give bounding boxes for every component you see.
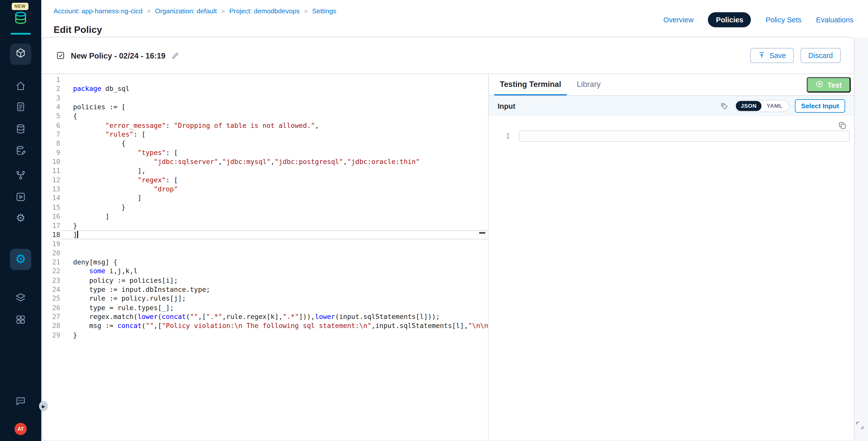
code-line[interactable]: 8 { xyxy=(42,139,488,148)
testing-panel: Testing Terminal Library Test xyxy=(488,74,854,441)
toggle-yaml[interactable]: YAML xyxy=(762,101,788,111)
play-circle-icon xyxy=(816,80,824,90)
logo-underline xyxy=(10,33,31,35)
modules-grid-icon[interactable] xyxy=(15,314,26,325)
user-avatar[interactable]: AT xyxy=(14,423,27,435)
hierarchy-icon[interactable] xyxy=(15,169,26,181)
code-line[interactable]: 6 "error_message": "Dropping of table is… xyxy=(42,121,488,130)
breadcrumb-link-organization[interactable]: Organization: default xyxy=(155,7,217,15)
input-label: Input xyxy=(498,102,516,110)
code-line[interactable]: 21deny[msg] { xyxy=(42,258,488,267)
input-line-row: 1 xyxy=(500,131,850,141)
library-label: Library xyxy=(577,80,601,89)
code-line[interactable]: 18] xyxy=(42,230,488,239)
tab-policies[interactable]: Policies xyxy=(708,12,751,27)
input-bar: Input JSON YAML Select Input xyxy=(489,96,854,116)
discard-button[interactable]: Discard xyxy=(800,48,841,63)
code-line[interactable]: 5{ xyxy=(42,112,488,121)
app: NEW xyxy=(0,0,868,441)
discard-label: Discard xyxy=(808,51,833,60)
code-line[interactable]: 27 regex.match(lower(concat("",[".*",rul… xyxy=(42,312,488,321)
code-line[interactable]: 17} xyxy=(42,221,488,230)
breadcrumb: Account: app-harness-ng-cicd > Organizat… xyxy=(54,7,336,15)
code-line[interactable]: 29} xyxy=(42,330,488,340)
layers-icon[interactable] xyxy=(15,292,26,303)
test-input-field[interactable] xyxy=(519,131,850,141)
save-label: Save xyxy=(770,51,786,60)
database-icon[interactable] xyxy=(15,123,26,134)
cube-icon xyxy=(15,48,26,61)
code-line[interactable]: 24 type := input.dbInstance.type; xyxy=(42,285,488,294)
policies-clipboard-icon[interactable] xyxy=(15,101,26,112)
code-line[interactable]: 9 "types": [ xyxy=(42,148,488,157)
breadcrumb-separator: > xyxy=(147,8,150,14)
test-button[interactable]: Test xyxy=(807,77,851,93)
sidebar-collapse-toggle[interactable]: ▶ xyxy=(39,401,48,411)
code-line[interactable]: 12 "regex": [ xyxy=(42,176,488,185)
code-line[interactable]: 26 type = rule.types[_]; xyxy=(42,303,488,312)
resize-expand-icon[interactable] xyxy=(855,420,865,430)
module-switcher[interactable] xyxy=(10,43,31,65)
sidebar: NEW xyxy=(0,0,41,441)
page: Account: app-harness-ng-cicd > Organizat… xyxy=(41,0,868,441)
home-icon[interactable] xyxy=(15,81,26,91)
policy-check-icon xyxy=(56,51,65,60)
edit-name-pencil-icon[interactable] xyxy=(171,52,179,59)
code-line[interactable]: 1 xyxy=(42,75,488,84)
tag-icon[interactable] xyxy=(720,102,728,110)
tab-library[interactable]: Library xyxy=(571,74,606,95)
new-badge: NEW xyxy=(12,3,28,10)
panel-tabs: Testing Terminal Library Test xyxy=(489,74,854,96)
tab-testing-terminal[interactable]: Testing Terminal xyxy=(494,74,567,95)
input-line-number: 1 xyxy=(500,132,510,140)
policy-toolbar: New Policy - 02/24 - 16:19 xyxy=(42,37,854,74)
gear-icon: ⚙ xyxy=(14,253,27,265)
select-input-button[interactable]: Select Input xyxy=(795,99,845,113)
breadcrumb-link-settings[interactable]: Settings xyxy=(312,7,336,15)
copy-icon[interactable] xyxy=(838,121,847,130)
breadcrumb-link-account[interactable]: Account: app-harness-ng-cicd xyxy=(54,7,143,15)
code-line[interactable]: 13 "drop" xyxy=(42,185,488,194)
code-lines: 12package db_sql34policies := [5{6 "erro… xyxy=(42,75,488,340)
header: Account: app-harness-ng-cicd > Organizat… xyxy=(41,0,868,37)
testing-terminal-label: Testing Terminal xyxy=(500,80,561,89)
code-line[interactable]: 20 xyxy=(42,249,488,258)
toggle-json[interactable]: JSON xyxy=(736,101,762,111)
format-toggle: JSON YAML xyxy=(734,100,789,112)
code-line[interactable]: 25 rule := policy.rules[j]; xyxy=(42,294,488,303)
code-line[interactable]: 16 ] xyxy=(42,212,488,221)
upload-arrow-icon xyxy=(758,51,766,60)
code-line[interactable]: 4policies := [ xyxy=(42,103,488,112)
code-line[interactable]: 2package db_sql xyxy=(42,84,488,93)
settings-icon-active[interactable]: ⚙ xyxy=(10,249,31,270)
executions-play-icon[interactable] xyxy=(15,191,26,202)
tab-evaluations[interactable]: Evaluations xyxy=(816,15,854,24)
database-edit-icon[interactable] xyxy=(15,145,26,156)
scrollbar-cursor-marker xyxy=(479,232,485,234)
help-chat-icon[interactable] xyxy=(15,396,26,407)
code-line[interactable]: 22 some i,j,k,l xyxy=(42,267,488,276)
page-title: Edit Policy xyxy=(54,25,102,36)
tab-overview[interactable]: Overview xyxy=(663,15,693,24)
code-line[interactable]: 23 policy := policies[i]; xyxy=(42,276,488,285)
tab-policy-sets[interactable]: Policy Sets xyxy=(766,15,801,24)
code-line[interactable]: 11 ], xyxy=(42,166,488,176)
code-line[interactable]: 28 msg := concat("",["Policy violation:\… xyxy=(42,321,488,330)
code-line[interactable]: 7 "rules": [ xyxy=(42,130,488,139)
code-line[interactable]: 14 ] xyxy=(42,194,488,203)
settings-outline-icon[interactable]: ⚙ xyxy=(15,213,26,223)
test-label: Test xyxy=(827,81,842,89)
code-line[interactable]: 15 } xyxy=(42,203,488,212)
policy-code-editor[interactable]: 12package db_sql34policies := [5{6 "erro… xyxy=(42,74,488,441)
breadcrumb-link-project[interactable]: Project: demodbdevops xyxy=(229,7,300,15)
breadcrumb-separator: > xyxy=(304,8,308,14)
input-editor-area: 1 xyxy=(489,116,854,441)
code-line[interactable]: 19 xyxy=(42,239,488,248)
harness-logo-icon[interactable] xyxy=(13,10,28,25)
code-line[interactable]: 3 xyxy=(42,93,488,102)
edit-policy-card: New Policy - 02/24 - 16:19 xyxy=(42,37,855,441)
code-line[interactable]: 10 "jdbc:sqlserver","jdbc:mysql","jdbc:p… xyxy=(42,157,488,166)
policy-name: New Policy - 02/24 - 16:19 xyxy=(71,51,165,60)
top-nav-tabs: Overview Policies Policy Sets Evaluation… xyxy=(663,12,854,27)
save-button[interactable]: Save xyxy=(750,48,794,63)
